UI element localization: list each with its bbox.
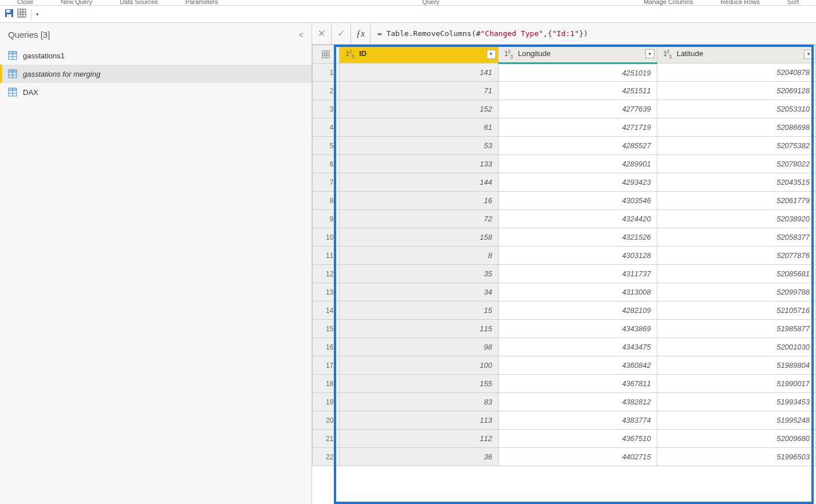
- cell-id[interactable]: 72: [340, 210, 498, 228]
- row-number[interactable]: 1: [313, 64, 340, 82]
- table-row[interactable]: 1141425101952040878: [313, 64, 816, 82]
- cell-latitude[interactable]: 52099788: [657, 283, 815, 301]
- row-number[interactable]: 20: [313, 411, 340, 430]
- cell-id[interactable]: 144: [340, 173, 498, 192]
- table-icon[interactable]: [17, 9, 26, 19]
- cell-longitude[interactable]: 4285527: [498, 137, 657, 155]
- cell-longitude[interactable]: 4303546: [498, 192, 657, 210]
- cell-latitude[interactable]: 51990017: [657, 375, 815, 393]
- table-row[interactable]: 1235431173752085681: [313, 265, 816, 283]
- table-row[interactable]: 15115434386951985877: [313, 320, 816, 338]
- cell-longitude[interactable]: 4382812: [498, 393, 657, 411]
- row-number[interactable]: 3: [313, 100, 340, 118]
- table-row[interactable]: 271425151152069128: [313, 82, 816, 100]
- cell-latitude[interactable]: 52069128: [657, 82, 815, 100]
- cell-latitude[interactable]: 51995248: [657, 411, 815, 430]
- table-row[interactable]: 18155436781151990017: [313, 375, 816, 393]
- cell-id[interactable]: 34: [340, 283, 498, 301]
- cell-latitude[interactable]: 51996503: [657, 448, 815, 466]
- cell-latitude[interactable]: 52085681: [657, 265, 815, 283]
- cell-latitude[interactable]: 52038920: [657, 210, 815, 228]
- cell-latitude[interactable]: 52043515: [657, 173, 815, 192]
- table-row[interactable]: 17100436084251989804: [313, 356, 816, 375]
- row-number[interactable]: 11: [313, 247, 340, 265]
- table-row[interactable]: 7144429342352043515: [313, 173, 816, 192]
- row-number[interactable]: 18: [313, 375, 340, 393]
- cell-longitude[interactable]: 4367510: [498, 430, 657, 448]
- cell-latitude[interactable]: 52058377: [657, 228, 815, 247]
- cell-id[interactable]: 35: [340, 265, 498, 283]
- data-grid[interactable]: 123 ID ▼ 123 Longitude ▼ 123 Latitude: [312, 45, 816, 504]
- row-number[interactable]: 8: [313, 192, 340, 210]
- row-number[interactable]: 14: [313, 301, 340, 320]
- table-row[interactable]: 461427171952086698: [313, 118, 816, 137]
- column-filter-dropdown[interactable]: ▼: [645, 49, 655, 58]
- cell-id[interactable]: 83: [340, 393, 498, 411]
- commit-formula-button[interactable]: ✓: [332, 23, 351, 44]
- table-row[interactable]: 10158432152652058377: [313, 228, 816, 247]
- cell-longitude[interactable]: 4383774: [498, 411, 657, 430]
- cell-id[interactable]: 16: [340, 192, 498, 210]
- cell-id[interactable]: 61: [340, 118, 498, 137]
- column-filter-dropdown[interactable]: ▼: [487, 50, 496, 59]
- cell-latitude[interactable]: 51993453: [657, 393, 815, 411]
- table-row[interactable]: 20113438377451995248: [313, 411, 816, 430]
- fx-button[interactable]: ƒx: [351, 23, 370, 44]
- column-header-latitude[interactable]: 123 Latitude ▼: [657, 45, 815, 64]
- cell-longitude[interactable]: 4282109: [498, 301, 657, 320]
- row-number[interactable]: 15: [313, 320, 340, 338]
- cell-id[interactable]: 113: [340, 411, 498, 430]
- cell-id[interactable]: 152: [340, 100, 498, 118]
- row-number[interactable]: 6: [313, 155, 340, 173]
- cell-id[interactable]: 141: [340, 64, 498, 82]
- row-number[interactable]: 22: [313, 448, 340, 466]
- cell-latitude[interactable]: 52040878: [657, 64, 815, 82]
- cell-id[interactable]: 98: [340, 338, 498, 356]
- qat-customize-dropdown[interactable]: ▾: [36, 11, 39, 17]
- cell-longitude[interactable]: 4321526: [498, 228, 657, 247]
- table-row[interactable]: 3152427763952053310: [313, 100, 816, 118]
- row-number[interactable]: 21: [313, 430, 340, 448]
- column-header-longitude[interactable]: 123 Longitude ▼: [498, 45, 657, 64]
- row-number[interactable]: 10: [313, 228, 340, 247]
- cell-longitude[interactable]: 4402715: [498, 448, 657, 466]
- table-row[interactable]: 553428552752075382: [313, 137, 816, 155]
- cell-id[interactable]: 115: [340, 320, 498, 338]
- cancel-formula-button[interactable]: ✕: [312, 23, 332, 44]
- cell-latitude[interactable]: 52075382: [657, 137, 815, 155]
- table-row[interactable]: 972432442052038920: [313, 210, 816, 228]
- table-menu-button[interactable]: [313, 45, 340, 64]
- column-filter-dropdown[interactable]: ▼: [804, 50, 813, 59]
- cell-latitude[interactable]: 52053310: [657, 100, 815, 118]
- query-item-dax[interactable]: DAX: [0, 83, 312, 101]
- table-row[interactable]: 6133428990152078022: [313, 155, 816, 173]
- cell-latitude[interactable]: 51989804: [657, 356, 815, 375]
- row-number[interactable]: 12: [313, 265, 340, 283]
- cell-longitude[interactable]: 4251019: [498, 64, 657, 82]
- cell-longitude[interactable]: 4343869: [498, 320, 657, 338]
- cell-id[interactable]: 155: [340, 375, 498, 393]
- cell-longitude[interactable]: 4313008: [498, 283, 657, 301]
- cell-latitude[interactable]: 52001030: [657, 338, 815, 356]
- cell-id[interactable]: 15: [340, 301, 498, 320]
- cell-longitude[interactable]: 4303128: [498, 247, 657, 265]
- collapse-panel-icon[interactable]: <: [299, 30, 303, 39]
- table-row[interactable]: 21112436751052009680: [313, 430, 816, 448]
- cell-latitude[interactable]: 52077876: [657, 247, 815, 265]
- cell-longitude[interactable]: 4251511: [498, 82, 657, 100]
- query-item-gasstations1[interactable]: gasstations1: [0, 46, 312, 65]
- cell-longitude[interactable]: 4360842: [498, 356, 657, 375]
- column-header-id[interactable]: 123 ID ▼: [340, 45, 498, 64]
- cell-id[interactable]: 8: [340, 247, 498, 265]
- cell-longitude[interactable]: 4289901: [498, 155, 657, 173]
- cell-id[interactable]: 71: [340, 82, 498, 100]
- cell-latitude[interactable]: 52061779: [657, 192, 815, 210]
- cell-longitude[interactable]: 4293423: [498, 173, 657, 192]
- table-row[interactable]: 2236440271551996503: [313, 448, 816, 466]
- cell-latitude[interactable]: 52009680: [657, 430, 815, 448]
- cell-latitude[interactable]: 52105716: [657, 301, 815, 320]
- cell-longitude[interactable]: 4277639: [498, 100, 657, 118]
- cell-longitude[interactable]: 4367811: [498, 375, 657, 393]
- formula-text[interactable]: = Table.RemoveColumns(#"Changed Type",{"…: [370, 29, 595, 38]
- row-number[interactable]: 19: [313, 393, 340, 411]
